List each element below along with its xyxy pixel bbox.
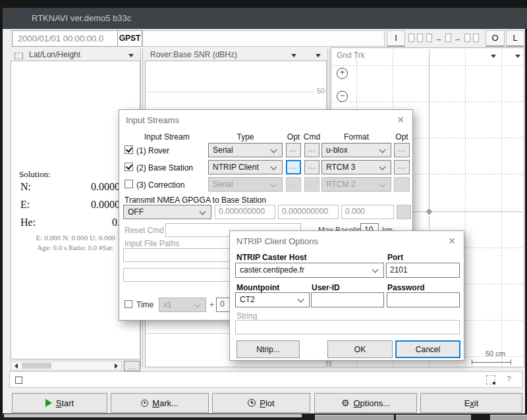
mark-button[interactable]: Mark... <box>111 393 209 413</box>
base-opt-button[interactable]: ... <box>286 160 301 174</box>
rover-label: (1) Rover <box>136 146 169 155</box>
col-cmd: Cmd <box>301 132 323 142</box>
antpos-hgt-field[interactable]: 0.000 <box>341 205 394 219</box>
base-checkbox[interactable] <box>125 163 133 171</box>
exit-button[interactable]: Exit <box>420 393 522 413</box>
zoom-out-icon[interactable]: − <box>337 91 348 102</box>
antpos-lon-field[interactable]: 0.000000000 <box>278 205 339 219</box>
input-file-paths-label: Input File Paths <box>125 239 179 248</box>
rover-format-opt-button[interactable]: ... <box>394 143 410 157</box>
stream-indicators: → → <box>408 33 485 44</box>
rover-type-select[interactable]: Serial <box>208 143 283 157</box>
coord-label-n: N: <box>20 181 31 193</box>
time-factor-select: x1 <box>159 298 206 312</box>
cancel-label: Cancel <box>416 345 440 354</box>
base-stream-indicator <box>417 34 423 42</box>
rover-stream-indicator <box>408 34 414 42</box>
output2-stream-indicator <box>473 34 479 42</box>
coord-label-e: E: <box>20 199 30 211</box>
chevron-down-icon[interactable] <box>491 55 496 58</box>
background-window-button <box>396 415 471 420</box>
base-type-select[interactable]: NTRIP Client <box>208 160 283 174</box>
solution-indicator <box>445 34 451 42</box>
start-button[interactable]: Start <box>12 393 107 413</box>
options-button[interactable]: ⚙ Options... <box>314 393 417 413</box>
help-icon[interactable]: ? <box>507 375 511 384</box>
snr-grid-label: 50 <box>317 87 325 95</box>
correction-format-opt-button: ... <box>394 177 410 192</box>
ntrip-mountpoint-label: Mountpoint <box>236 283 279 292</box>
ntrip-password-field[interactable] <box>387 292 460 307</box>
base-format-select[interactable]: RTCM 3 <box>321 160 391 174</box>
close-icon[interactable]: ✕ <box>448 236 456 246</box>
transmit-mode-select[interactable]: OFF <box>123 205 211 219</box>
col-input-stream: Input Stream <box>144 132 190 142</box>
transmit-nmea-label: Transmit NMEA GPGGA to Base Station <box>125 196 266 205</box>
solution-more-button[interactable]: ... <box>124 361 140 371</box>
correction-format-select: RTCM 2 <box>321 177 391 192</box>
ntrip-host-combobox[interactable]: caster.centipede.fr <box>235 263 384 278</box>
antpos-pick-button: ... <box>397 205 411 219</box>
ok-label: OK <box>354 345 366 354</box>
plot-button[interactable]: Plot <box>212 393 310 413</box>
chevron-down-icon[interactable] <box>515 55 520 58</box>
start-label: Start <box>56 398 74 408</box>
grid-line <box>333 101 522 102</box>
time-system-button[interactable]: GPST <box>117 31 142 46</box>
background-window-button <box>490 415 527 420</box>
scroll-left-icon[interactable] <box>14 363 18 369</box>
output-stream-button[interactable]: O <box>485 30 505 47</box>
rover-checkbox[interactable] <box>125 145 133 154</box>
snr-panel-title: Rover:Base SNR (dBHz) <box>150 50 237 59</box>
play-icon <box>45 399 52 407</box>
ntrip-mountpoint-combobox[interactable]: CT2 <box>235 292 310 307</box>
ntrip-browse-button[interactable]: Ntrip... <box>236 340 300 358</box>
log-stream-button[interactable]: L <box>506 30 524 47</box>
solution-time: 2000/01/01 00:00:00.0 <box>18 31 103 46</box>
time-checkbox[interactable] <box>125 300 132 308</box>
base-format-opt-button[interactable]: ... <box>394 160 410 174</box>
ok-button[interactable]: OK <box>327 340 393 358</box>
scrollbar-thumb[interactable] <box>22 363 51 369</box>
message-box <box>142 30 385 47</box>
options-label: Options... <box>353 398 390 408</box>
chevron-down-icon[interactable] <box>291 54 296 57</box>
flow-arrow-icon: → <box>435 34 442 42</box>
close-icon[interactable]: ✕ <box>397 115 404 124</box>
solution-label: Solution: <box>19 169 51 180</box>
gndtrk-title: Gnd Trk <box>337 51 365 60</box>
background-window-button <box>315 415 394 420</box>
ntrip-port-field[interactable]: 2101 <box>386 263 460 278</box>
correction-label: (3) Correction <box>136 180 184 190</box>
input-stream-button[interactable]: I <box>387 30 405 47</box>
marquee-icon <box>14 53 23 59</box>
ntrip-port-label: Port <box>387 253 403 262</box>
plot-label: Plot <box>260 398 274 408</box>
chevron-down-icon[interactable] <box>128 54 134 57</box>
col-type: Type <box>208 132 283 142</box>
antpos-lat-field[interactable]: 0.000000000 <box>215 205 275 219</box>
rover-format-select[interactable]: u-blox <box>321 143 391 157</box>
time-plus: + <box>209 300 214 309</box>
cancel-button[interactable]: Cancel <box>395 340 460 358</box>
zoom-in-icon[interactable]: + <box>337 68 348 79</box>
grid-line <box>333 65 522 66</box>
scroll-right-icon[interactable] <box>115 363 118 369</box>
correction-checkbox[interactable] <box>125 180 133 188</box>
ntrip-string-label: String <box>236 311 257 321</box>
solution-scrollbar[interactable] <box>11 361 122 371</box>
solution-view-selector[interactable]: Lat/Lon/Height <box>29 50 80 59</box>
plot-icon <box>248 399 256 407</box>
base-cmd-button[interactable]: ... <box>304 160 319 174</box>
gear-icon: ⚙ <box>341 398 350 407</box>
ntrip-string-field[interactable] <box>235 320 460 334</box>
chevron-down-icon[interactable] <box>316 54 321 57</box>
ntrip-userid-field[interactable] <box>311 292 384 307</box>
rover-cmd-button[interactable]: ... <box>304 143 319 157</box>
correction-type-select: Serial <box>208 177 283 192</box>
snap-region-icon[interactable] <box>486 375 495 384</box>
ntrip-password-label: Password <box>387 283 425 292</box>
window-titlebar[interactable]: RTKNAVI ver.demo5 b33c <box>3 8 527 29</box>
scale-bar <box>472 359 511 365</box>
rover-opt-button[interactable]: ... <box>286 143 301 157</box>
